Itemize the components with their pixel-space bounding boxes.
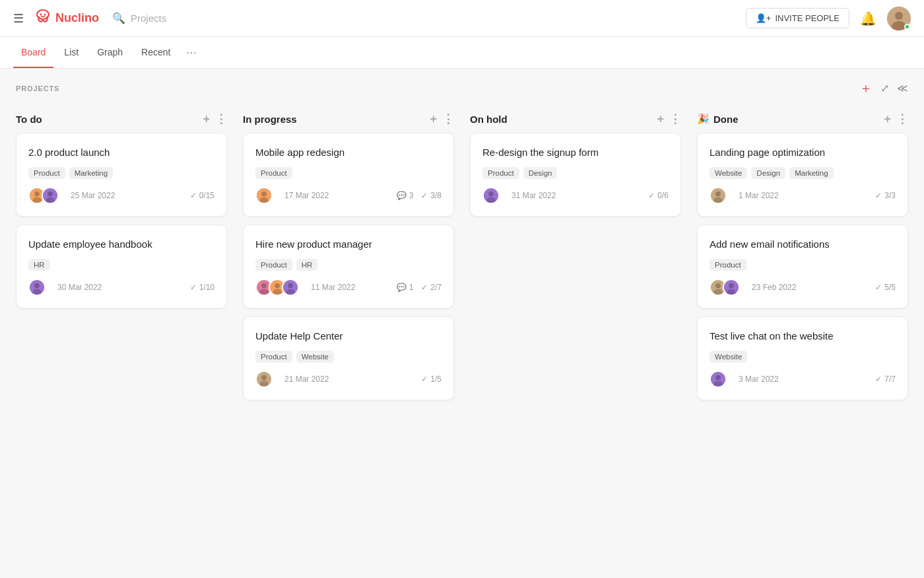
column-actions-inprogress: +⋮ [430, 113, 454, 125]
card-meta: ✓7/7 [875, 375, 896, 384]
checklist-icon: ✓ [190, 191, 197, 200]
checklist-icon: ✓ [875, 283, 882, 292]
card-card-1[interactable]: 2.0 product launch ProductMarketing 25 M… [16, 133, 227, 217]
card-checklist: ✓1/5 [421, 375, 442, 384]
card-tag: Website [296, 351, 334, 363]
card-tag: Product [710, 259, 746, 271]
checklist-icon: ✓ [190, 283, 197, 292]
expand-icon[interactable]: ⤢ [880, 82, 889, 94]
svg-point-35 [713, 198, 723, 204]
card-avatars [710, 371, 727, 388]
card-date: 31 Mar 2022 [512, 191, 556, 200]
card-footer: 1 Mar 2022 ✓3/3 [710, 187, 896, 204]
logo[interactable]: Nuclino [34, 8, 99, 29]
column-add-button[interactable]: + [430, 113, 437, 125]
card-date: 3 Mar 2022 [739, 375, 779, 384]
card-tag: Website [710, 167, 747, 179]
card-checklist: ✓3/8 [421, 191, 442, 200]
card-checklist: ✓0/15 [190, 191, 214, 200]
svg-point-8 [32, 198, 42, 204]
svg-point-23 [273, 289, 282, 296]
column-more-button[interactable]: ⋮ [896, 113, 908, 125]
column-add-button[interactable]: + [884, 113, 891, 125]
card-checklist: ✓1/10 [190, 283, 214, 292]
tab-list[interactable]: List [56, 38, 86, 68]
card-date: 23 Feb 2022 [752, 283, 796, 292]
column-add-button[interactable]: + [657, 113, 664, 125]
card-tags: ProductHR [255, 259, 442, 271]
comment-icon: 💬 [397, 283, 407, 292]
card-tags: Product [255, 167, 442, 179]
comment-icon: 💬 [397, 191, 407, 200]
svg-point-34 [715, 192, 721, 197]
card-comments: 💬3 [397, 191, 414, 200]
card-avatar [710, 371, 727, 388]
svg-point-37 [715, 283, 721, 289]
add-project-button[interactable]: ＋ [859, 79, 873, 97]
svg-point-4 [895, 12, 903, 20]
card-card-6[interactable]: Re-design the signup form ProductDesign … [470, 133, 681, 217]
card-tags: ProductMarketing [28, 167, 214, 179]
svg-point-10 [48, 192, 53, 197]
card-checklist: ✓7/7 [875, 375, 896, 384]
svg-point-17 [259, 198, 269, 204]
svg-point-1 [40, 13, 42, 15]
column-actions-onhold: +⋮ [657, 113, 681, 125]
svg-point-13 [34, 283, 40, 289]
card-date: 21 Mar 2022 [284, 375, 329, 384]
card-title: Mobile app redesign [255, 145, 442, 159]
menu-icon[interactable]: ☰ [13, 11, 24, 26]
column-title-done: 🎉Done [697, 113, 739, 125]
card-tags: WebsiteDesignMarketing [710, 167, 896, 179]
card-tag: Design [523, 167, 558, 179]
card-footer: 17 Mar 2022 💬3✓3/8 [255, 187, 442, 204]
card-tags: ProductDesign [482, 167, 669, 179]
column-more-button[interactable]: ⋮ [215, 113, 227, 125]
card-avatars [482, 187, 500, 204]
column-header-done: 🎉Done+⋮ [697, 108, 908, 133]
svg-point-44 [713, 381, 723, 388]
svg-point-40 [729, 283, 734, 289]
card-card-3[interactable]: Mobile app redesign Product 17 Mar 2022 … [243, 133, 454, 217]
svg-point-16 [261, 192, 267, 197]
card-tags: Website [710, 351, 896, 363]
column-done: 🎉Done+⋮ Landing page optimization Websit… [697, 108, 908, 408]
card-card-7[interactable]: Landing page optimization WebsiteDesignM… [697, 133, 908, 217]
svg-point-7 [34, 192, 40, 197]
tab-board[interactable]: Board [13, 38, 53, 68]
card-card-9[interactable]: Test live chat on the website Website 3 … [697, 316, 908, 400]
card-avatar [723, 279, 740, 296]
search-area[interactable]: 🔍 Projects [112, 12, 166, 24]
user-online-status [904, 24, 910, 30]
collapse-icon[interactable]: ≪ [897, 82, 908, 94]
tab-more-icon[interactable]: ⋯ [181, 37, 202, 68]
projects-section-label: PROJECTS [16, 85, 59, 92]
tab-graph[interactable]: Graph [89, 38, 131, 68]
board-header-actions: ＋ ⤢ ≪ [859, 79, 908, 97]
notifications-bell-icon[interactable]: 🔔 [860, 11, 876, 26]
invite-people-button[interactable]: 👤+ INVITE PEOPLE [746, 8, 849, 28]
card-footer: 23 Feb 2022 ✓5/5 [710, 279, 896, 296]
card-avatar [28, 279, 46, 296]
column-title-inprogress: In progress [243, 114, 297, 125]
card-avatars [28, 187, 59, 204]
card-title: Hire new product manager [255, 237, 442, 251]
column-more-button[interactable]: ⋮ [669, 113, 681, 125]
tab-recent[interactable]: Recent [133, 38, 178, 68]
card-tag: Product [255, 259, 292, 271]
card-avatars [710, 279, 740, 296]
card-card-4[interactable]: Hire new product manager ProductHR 11 Ma… [243, 225, 454, 308]
card-card-5[interactable]: Update Help Center ProductWebsite 21 Mar… [243, 316, 454, 400]
card-tags: Product [710, 259, 896, 271]
card-card-2[interactable]: Update employee handbook HR 30 Mar 2022 … [16, 225, 227, 308]
column-more-button[interactable]: ⋮ [442, 113, 454, 125]
user-avatar-container[interactable] [887, 7, 911, 30]
card-footer: 31 Mar 2022 ✓0/6 [482, 187, 669, 204]
header-right: 👤+ INVITE PEOPLE 🔔 [746, 7, 911, 30]
card-tags: ProductWebsite [255, 351, 442, 363]
column-actions-todo: +⋮ [203, 113, 227, 125]
card-card-8[interactable]: Add new email notifications Product 23 F… [697, 225, 908, 308]
card-tag: HR [28, 259, 50, 271]
column-add-button[interactable]: + [203, 113, 210, 125]
card-title: 2.0 product launch [28, 145, 214, 159]
